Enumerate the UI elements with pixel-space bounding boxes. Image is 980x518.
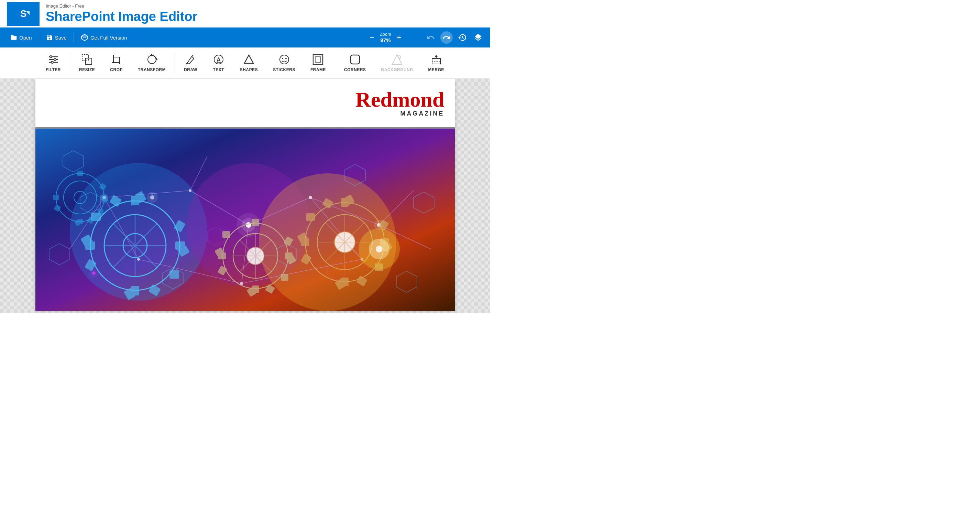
zoom-in-button[interactable]: + — [394, 33, 404, 42]
app-header: S Image Editor - Free SharePoint Image E… — [0, 0, 490, 27]
tool-sep-2 — [175, 53, 175, 73]
app-logo: S — [7, 2, 40, 26]
canvas-area: Redmond MAGAZINE — [0, 79, 490, 312]
background-icon — [391, 54, 403, 65]
filter-icon — [48, 54, 59, 65]
frame-label: FRAME — [310, 67, 326, 72]
app-title-block: Image Editor - Free SharePoint Image Edi… — [46, 3, 197, 24]
toolbar-divider-1 — [39, 32, 39, 43]
svg-rect-109 — [281, 274, 288, 281]
merge-label: MERGE — [428, 67, 444, 72]
app-title-colored: Image Editor — [118, 9, 197, 24]
tool-draw[interactable]: DRAW — [177, 51, 205, 75]
svg-rect-33 — [351, 55, 360, 64]
svg-point-61 — [189, 189, 191, 192]
svg-rect-143 — [77, 171, 83, 176]
redo-icon — [442, 33, 451, 42]
redo-button[interactable] — [440, 31, 453, 44]
resize-icon — [81, 54, 93, 65]
tool-text[interactable]: A TEXT — [205, 51, 232, 75]
background-label: BACKGROUND — [381, 67, 413, 72]
stickers-icon — [278, 54, 290, 65]
tool-crop[interactable]: CROP — [102, 51, 130, 75]
transform-label: TRANSFORM — [138, 67, 166, 72]
tool-sep-1 — [70, 53, 70, 73]
frame-icon — [312, 54, 324, 65]
undo-button[interactable] — [425, 31, 437, 44]
tool-corners[interactable]: CORNERS — [337, 51, 374, 75]
open-icon — [10, 34, 17, 41]
svg-rect-32 — [315, 57, 321, 62]
zoom-control: − Zoom 97% + — [367, 32, 404, 43]
save-icon — [46, 34, 53, 41]
stickers-label: STICKERS — [273, 67, 295, 72]
undo-icon — [426, 33, 435, 42]
svg-point-30 — [285, 58, 287, 59]
draw-icon — [185, 54, 197, 65]
svg-point-8 — [50, 56, 52, 58]
draw-label: DRAW — [184, 67, 197, 72]
tool-filter[interactable]: FILTER — [38, 51, 68, 75]
tool-resize[interactable]: RESIZE — [72, 51, 102, 75]
app-title: SharePoint Image Editor — [46, 9, 197, 24]
svg-rect-103 — [252, 219, 259, 226]
svg-point-157 — [147, 192, 158, 203]
tool-transform[interactable]: TRANSFORM — [130, 51, 173, 75]
shapes-label: SHAPES — [240, 67, 258, 72]
top-toolbar: Open Save Get Full Version − Zoom 97% + — [0, 27, 490, 48]
svg-rect-133 — [306, 213, 315, 221]
redmond-subtitle: MAGAZINE — [355, 110, 444, 117]
svg-point-41 — [70, 163, 207, 301]
resize-label: RESIZE — [79, 67, 95, 72]
image-gears — [35, 129, 455, 311]
svg-marker-21 — [150, 54, 153, 55]
svg-point-10 — [51, 61, 53, 63]
svg-line-23 — [192, 55, 193, 56]
merge-icon — [430, 54, 442, 65]
svg-rect-88 — [169, 270, 179, 279]
corners-icon — [349, 54, 361, 65]
svg-rect-114 — [223, 231, 230, 238]
svg-point-59 — [309, 196, 312, 199]
svg-marker-20 — [156, 58, 158, 61]
svg-point-159 — [89, 268, 99, 278]
zoom-label: Zoom 97% — [380, 32, 391, 43]
image-white-top: Redmond MAGAZINE — [35, 79, 455, 129]
svg-marker-37 — [434, 55, 438, 57]
svg-rect-149 — [98, 209, 103, 215]
filter-label: FILTER — [46, 67, 61, 72]
history-button[interactable] — [456, 31, 469, 44]
tool-shapes[interactable]: SHAPES — [232, 51, 266, 75]
layers-icon — [474, 33, 483, 42]
svg-marker-27 — [244, 55, 253, 63]
svg-point-9 — [54, 59, 56, 61]
svg-text:A: A — [216, 57, 221, 62]
crop-label: CROP — [110, 67, 123, 72]
svg-point-28 — [280, 55, 289, 64]
text-icon: A — [213, 54, 224, 65]
crop-icon — [111, 54, 123, 65]
toolbar-divider-2 — [73, 32, 74, 43]
save-button[interactable]: Save — [41, 31, 72, 44]
tool-frame[interactable]: FRAME — [303, 51, 333, 75]
layers-button[interactable] — [472, 31, 484, 44]
get-full-version-button[interactable]: Get Full Version — [76, 31, 132, 44]
svg-point-155 — [376, 245, 383, 252]
redmond-logo: Redmond MAGAZINE — [355, 89, 444, 117]
tool-background[interactable]: BACKGROUND — [374, 51, 421, 75]
open-button[interactable]: Open — [5, 31, 37, 44]
image-canvas: Redmond MAGAZINE — [35, 79, 455, 311]
svg-rect-146 — [53, 195, 59, 200]
shapes-icon — [243, 54, 255, 65]
svg-marker-4 — [81, 34, 88, 38]
tool-stickers[interactable]: STICKERS — [266, 51, 303, 75]
zoom-out-button[interactable]: − — [367, 33, 377, 42]
svg-line-22 — [186, 63, 187, 64]
tool-panel: FILTER RESIZE CROP TRANSFORM — [0, 48, 490, 79]
toolbar-right-actions — [425, 31, 484, 44]
tool-sep-3 — [335, 53, 335, 73]
app-title-plain: SharePoint — [46, 9, 118, 24]
diamond-icon — [81, 34, 88, 41]
sharepoint-logo-icon: S — [13, 5, 34, 22]
tool-merge[interactable]: MERGE — [421, 51, 452, 75]
